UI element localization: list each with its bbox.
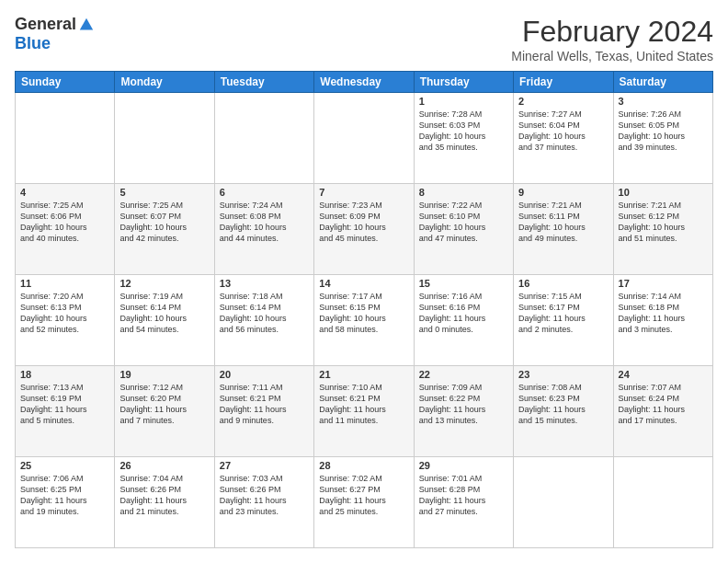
calendar-cell — [314, 93, 414, 184]
day-info: Sunrise: 7:27 AM Sunset: 6:04 PM Dayligh… — [518, 109, 608, 154]
day-number: 2 — [518, 96, 608, 107]
calendar-cell: 5Sunrise: 7:25 AM Sunset: 6:07 PM Daylig… — [115, 184, 214, 275]
page: General Blue February 2024 Mineral Wells… — [0, 0, 728, 563]
header-thursday: Thursday — [414, 72, 513, 93]
calendar-cell: 25Sunrise: 7:06 AM Sunset: 6:25 PM Dayli… — [16, 457, 115, 548]
day-number: 16 — [518, 278, 608, 289]
logo-blue-text: Blue — [15, 34, 51, 53]
day-number: 24 — [619, 369, 708, 380]
header-monday: Monday — [115, 72, 214, 93]
calendar-cell: 24Sunrise: 7:07 AM Sunset: 6:24 PM Dayli… — [613, 366, 712, 457]
day-info: Sunrise: 7:15 AM Sunset: 6:17 PM Dayligh… — [518, 291, 608, 336]
calendar-cell: 11Sunrise: 7:20 AM Sunset: 6:13 PM Dayli… — [16, 275, 115, 366]
day-number: 20 — [220, 369, 309, 380]
calendar-cell: 6Sunrise: 7:24 AM Sunset: 6:08 PM Daylig… — [214, 184, 313, 275]
day-info: Sunrise: 7:12 AM Sunset: 6:20 PM Dayligh… — [119, 382, 209, 427]
day-number: 8 — [419, 187, 508, 198]
calendar-cell — [613, 457, 712, 548]
header-friday: Friday — [514, 72, 613, 93]
day-number: 9 — [518, 187, 608, 198]
subtitle: Mineral Wells, Texas, United States — [511, 49, 713, 63]
day-info: Sunrise: 7:18 AM Sunset: 6:14 PM Dayligh… — [220, 291, 309, 336]
day-number: 22 — [419, 369, 508, 380]
calendar-header-row: Sunday Monday Tuesday Wednesday Thursday… — [16, 72, 713, 93]
day-number: 19 — [119, 369, 209, 380]
calendar-cell: 14Sunrise: 7:17 AM Sunset: 6:15 PM Dayli… — [314, 275, 414, 366]
day-number: 12 — [119, 278, 209, 289]
day-info: Sunrise: 7:17 AM Sunset: 6:15 PM Dayligh… — [319, 291, 408, 336]
calendar-cell: 13Sunrise: 7:18 AM Sunset: 6:14 PM Dayli… — [214, 275, 313, 366]
day-info: Sunrise: 7:22 AM Sunset: 6:10 PM Dayligh… — [419, 200, 508, 245]
day-number: 27 — [220, 460, 309, 471]
calendar-cell — [16, 93, 115, 184]
day-number: 10 — [619, 187, 708, 198]
calendar-cell — [115, 93, 214, 184]
day-info: Sunrise: 7:06 AM Sunset: 6:25 PM Dayligh… — [20, 473, 109, 518]
calendar-cell: 18Sunrise: 7:13 AM Sunset: 6:19 PM Dayli… — [16, 366, 115, 457]
day-number: 25 — [20, 460, 109, 471]
day-info: Sunrise: 7:23 AM Sunset: 6:09 PM Dayligh… — [319, 200, 408, 245]
day-info: Sunrise: 7:21 AM Sunset: 6:12 PM Dayligh… — [619, 200, 708, 245]
calendar-cell: 23Sunrise: 7:08 AM Sunset: 6:23 PM Dayli… — [514, 366, 613, 457]
day-info: Sunrise: 7:28 AM Sunset: 6:03 PM Dayligh… — [419, 109, 508, 154]
day-info: Sunrise: 7:08 AM Sunset: 6:23 PM Dayligh… — [518, 382, 608, 427]
day-info: Sunrise: 7:01 AM Sunset: 6:28 PM Dayligh… — [419, 473, 508, 518]
calendar-cell — [514, 457, 613, 548]
calendar-cell: 3Sunrise: 7:26 AM Sunset: 6:05 PM Daylig… — [613, 93, 712, 184]
day-info: Sunrise: 7:16 AM Sunset: 6:16 PM Dayligh… — [419, 291, 508, 336]
day-number: 28 — [319, 460, 408, 471]
day-number: 13 — [220, 278, 309, 289]
day-number: 3 — [619, 96, 708, 107]
day-info: Sunrise: 7:11 AM Sunset: 6:21 PM Dayligh… — [220, 382, 309, 427]
day-info: Sunrise: 7:24 AM Sunset: 6:08 PM Dayligh… — [220, 200, 309, 245]
calendar-week-1: 4Sunrise: 7:25 AM Sunset: 6:06 PM Daylig… — [16, 184, 713, 275]
logo-icon — [78, 17, 95, 33]
calendar-cell: 12Sunrise: 7:19 AM Sunset: 6:14 PM Dayli… — [115, 275, 214, 366]
calendar-cell: 2Sunrise: 7:27 AM Sunset: 6:04 PM Daylig… — [514, 93, 613, 184]
header-saturday: Saturday — [613, 72, 712, 93]
calendar-cell: 8Sunrise: 7:22 AM Sunset: 6:10 PM Daylig… — [414, 184, 513, 275]
calendar-cell: 15Sunrise: 7:16 AM Sunset: 6:16 PM Dayli… — [414, 275, 513, 366]
day-number: 11 — [20, 278, 109, 289]
day-info: Sunrise: 7:25 AM Sunset: 6:06 PM Dayligh… — [20, 200, 109, 245]
day-number: 4 — [20, 187, 109, 198]
calendar-cell: 16Sunrise: 7:15 AM Sunset: 6:17 PM Dayli… — [514, 275, 613, 366]
day-number: 18 — [20, 369, 109, 380]
day-info: Sunrise: 7:03 AM Sunset: 6:26 PM Dayligh… — [220, 473, 309, 518]
day-number: 29 — [419, 460, 508, 471]
calendar-week-0: 1Sunrise: 7:28 AM Sunset: 6:03 PM Daylig… — [16, 93, 713, 184]
day-info: Sunrise: 7:07 AM Sunset: 6:24 PM Dayligh… — [619, 382, 708, 427]
calendar-cell: 28Sunrise: 7:02 AM Sunset: 6:27 PM Dayli… — [314, 457, 414, 548]
calendar-cell: 10Sunrise: 7:21 AM Sunset: 6:12 PM Dayli… — [613, 184, 712, 275]
logo: General Blue — [15, 15, 95, 53]
day-info: Sunrise: 7:20 AM Sunset: 6:13 PM Dayligh… — [20, 291, 109, 336]
day-number: 17 — [619, 278, 708, 289]
day-number: 26 — [119, 460, 209, 471]
calendar-cell: 17Sunrise: 7:14 AM Sunset: 6:18 PM Dayli… — [613, 275, 712, 366]
header-tuesday: Tuesday — [214, 72, 313, 93]
calendar-week-2: 11Sunrise: 7:20 AM Sunset: 6:13 PM Dayli… — [16, 275, 713, 366]
main-title: February 2024 — [511, 15, 713, 49]
calendar-cell: 27Sunrise: 7:03 AM Sunset: 6:26 PM Dayli… — [214, 457, 313, 548]
day-number: 21 — [319, 369, 408, 380]
calendar-cell: 9Sunrise: 7:21 AM Sunset: 6:11 PM Daylig… — [514, 184, 613, 275]
day-info: Sunrise: 7:26 AM Sunset: 6:05 PM Dayligh… — [619, 109, 708, 154]
day-number: 6 — [220, 187, 309, 198]
day-number: 1 — [419, 96, 508, 107]
header-sunday: Sunday — [16, 72, 115, 93]
day-info: Sunrise: 7:25 AM Sunset: 6:07 PM Dayligh… — [119, 200, 209, 245]
header-wednesday: Wednesday — [314, 72, 414, 93]
day-info: Sunrise: 7:02 AM Sunset: 6:27 PM Dayligh… — [319, 473, 408, 518]
day-number: 14 — [319, 278, 408, 289]
header: General Blue February 2024 Mineral Wells… — [15, 15, 713, 63]
calendar: Sunday Monday Tuesday Wednesday Thursday… — [15, 71, 713, 548]
day-number: 23 — [518, 369, 608, 380]
calendar-cell: 19Sunrise: 7:12 AM Sunset: 6:20 PM Dayli… — [115, 366, 214, 457]
calendar-cell: 21Sunrise: 7:10 AM Sunset: 6:21 PM Dayli… — [314, 366, 414, 457]
day-info: Sunrise: 7:04 AM Sunset: 6:26 PM Dayligh… — [119, 473, 209, 518]
calendar-week-4: 25Sunrise: 7:06 AM Sunset: 6:25 PM Dayli… — [16, 457, 713, 548]
calendar-cell: 22Sunrise: 7:09 AM Sunset: 6:22 PM Dayli… — [414, 366, 513, 457]
calendar-cell: 1Sunrise: 7:28 AM Sunset: 6:03 PM Daylig… — [414, 93, 513, 184]
svg-marker-0 — [80, 17, 93, 29]
title-block: February 2024 Mineral Wells, Texas, Unit… — [511, 15, 713, 63]
